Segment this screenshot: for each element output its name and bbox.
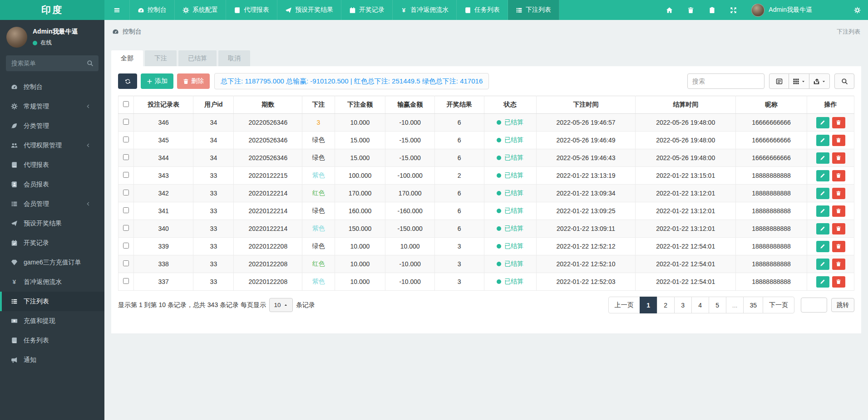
sidebar-item-label: 下注列表 — [24, 298, 97, 306]
sidebar-item-7[interactable]: 会员管理 — [0, 194, 104, 214]
edit-row-button[interactable] — [816, 117, 829, 128]
sidebar-toggle-button[interactable] — [104, 0, 130, 20]
delete-row-button[interactable] — [832, 170, 845, 181]
cell-user-id: 34 — [193, 114, 234, 132]
sidebar-item-15[interactable]: 通知 — [0, 350, 104, 370]
page-size-select[interactable]: 10 — [269, 298, 293, 312]
tab-4[interactable]: 取消 — [218, 50, 250, 66]
page-button-4[interactable]: 4 — [691, 297, 709, 313]
sidebar-item-6[interactable]: 会员报表 — [0, 175, 104, 194]
table-header-row: 投注记录表用户id期数下注下注金额输赢金额开奖结果状态下注时间结算时间昵称操作 — [118, 96, 854, 114]
table-row: 3453420220526346绿色15.000-15.0006已结算2022-… — [118, 132, 854, 149]
tab-2[interactable]: 下注 — [145, 50, 177, 66]
row-checkbox[interactable] — [123, 172, 129, 178]
cell-nickname: 18888888888 — [735, 238, 807, 255]
delete-row-button[interactable] — [832, 188, 845, 199]
brand-logo[interactable]: 印度 — [0, 0, 104, 20]
navbar-item-1[interactable]: 控制台 — [130, 0, 175, 20]
home-icon[interactable] — [666, 7, 673, 14]
sidebar-item-9[interactable]: 开奖记录 — [0, 233, 104, 253]
row-checkbox[interactable] — [123, 243, 129, 249]
page-button-5[interactable]: 5 — [709, 297, 726, 313]
row-checkbox[interactable] — [123, 190, 129, 195]
column-header: 开奖结果 — [434, 96, 484, 114]
page-button-2[interactable]: 2 — [657, 297, 675, 313]
edit-row-button[interactable] — [816, 152, 829, 164]
cell-result: 6 — [434, 132, 484, 149]
delete-row-button[interactable] — [832, 259, 845, 270]
sidebar-item-5[interactable]: 代理报表 — [0, 155, 104, 175]
tab-1[interactable]: 全部 — [111, 50, 143, 66]
row-checkbox[interactable] — [123, 260, 129, 266]
settings-gear-icon[interactable] — [854, 7, 861, 14]
cell-result: 3 — [434, 273, 484, 291]
row-checkbox[interactable] — [123, 207, 129, 213]
page-button-1[interactable]: 1 — [640, 297, 657, 313]
row-checkbox[interactable] — [123, 278, 129, 284]
navbar-item-8[interactable]: 下注列表 — [508, 0, 559, 20]
sidebar-item-3[interactable]: 分类管理 — [0, 116, 104, 136]
sidebar-item-10[interactable]: game6三方充值订单 — [0, 253, 104, 272]
navbar-item-3[interactable]: 代理报表 — [226, 0, 277, 20]
sidebar-item-11[interactable]: ¥首冲返佣流水 — [0, 272, 104, 292]
sidebar-item-4[interactable]: 代理权限管理 — [0, 136, 104, 155]
trash-icon[interactable] — [687, 7, 694, 14]
delete-row-button[interactable] — [832, 117, 845, 128]
navbar-item-7[interactable]: 任务列表 — [457, 0, 508, 20]
edit-row-button[interactable] — [816, 135, 829, 146]
row-checkbox[interactable] — [123, 225, 129, 231]
gear-icon — [182, 7, 189, 14]
detail-view-button[interactable] — [769, 73, 789, 89]
navbar-item-6[interactable]: ¥首冲返佣流水 — [393, 0, 457, 20]
navbar-item-5[interactable]: 开奖记录 — [341, 0, 393, 20]
delete-row-button[interactable] — [832, 276, 845, 288]
page-jump-input[interactable] — [801, 298, 827, 313]
delete-button[interactable]: 删除 — [177, 73, 210, 89]
navbar-item-4[interactable]: 预设开奖结果 — [277, 0, 341, 20]
edit-row-button[interactable] — [816, 241, 829, 252]
add-button[interactable]: 添加 — [141, 73, 173, 89]
edit-row-button[interactable] — [816, 276, 829, 288]
edit-row-button[interactable] — [816, 205, 829, 217]
cell-bet-time: 2022-05-26 19:46:43 — [536, 149, 636, 167]
sidebar-item-14[interactable]: 任务列表 — [0, 331, 104, 350]
sidebar-item-1[interactable]: 控制台 — [0, 77, 104, 97]
breadcrumb[interactable]: 控制台 — [123, 28, 142, 36]
clear-cache-icon[interactable] — [709, 7, 715, 14]
page-button-3[interactable]: 3 — [674, 297, 692, 313]
delete-row-button[interactable] — [832, 223, 845, 234]
delete-row-button[interactable] — [832, 241, 845, 252]
select-all-checkbox[interactable] — [123, 101, 129, 107]
export-button[interactable] — [809, 73, 830, 89]
columns-button[interactable] — [789, 73, 809, 89]
user-menu[interactable]: Admin我最牛逼 — [751, 4, 812, 17]
edit-row-button[interactable] — [816, 259, 829, 270]
refresh-button[interactable] — [118, 73, 137, 89]
row-checkbox[interactable] — [123, 119, 129, 125]
sidebar-item-2[interactable]: 常规管理 — [0, 97, 104, 116]
edit-row-button[interactable] — [816, 223, 829, 234]
fullscreen-icon[interactable] — [730, 7, 737, 14]
edit-row-button[interactable] — [816, 170, 829, 181]
next-page-button[interactable]: 下一页 — [763, 297, 794, 313]
edit-row-button[interactable] — [816, 188, 829, 199]
row-checkbox[interactable] — [123, 154, 129, 160]
search-icon — [841, 78, 848, 85]
prev-page-button[interactable]: 上一页 — [608, 297, 640, 313]
status-badge: 已结算 — [504, 260, 523, 268]
cell-status: 已结算 — [484, 255, 536, 273]
advanced-search-button[interactable] — [834, 73, 854, 89]
page-jump-button[interactable]: 跳转 — [831, 298, 854, 312]
page-button-35[interactable]: 35 — [743, 297, 763, 313]
sidebar-item-8[interactable]: 预设开奖结果 — [0, 214, 104, 233]
table-search-input[interactable] — [687, 73, 764, 89]
tab-3[interactable]: 已结算 — [178, 50, 217, 66]
delete-row-button[interactable] — [832, 135, 845, 146]
delete-row-button[interactable] — [832, 205, 845, 217]
navbar-item-2[interactable]: 系统配置 — [175, 0, 226, 20]
row-checkbox[interactable] — [123, 137, 129, 142]
menu-search-input[interactable] — [6, 55, 99, 71]
delete-row-button[interactable] — [832, 152, 845, 164]
sidebar-item-12[interactable]: 下注列表 — [0, 292, 104, 311]
sidebar-item-13[interactable]: 充值和提现 — [0, 311, 104, 331]
